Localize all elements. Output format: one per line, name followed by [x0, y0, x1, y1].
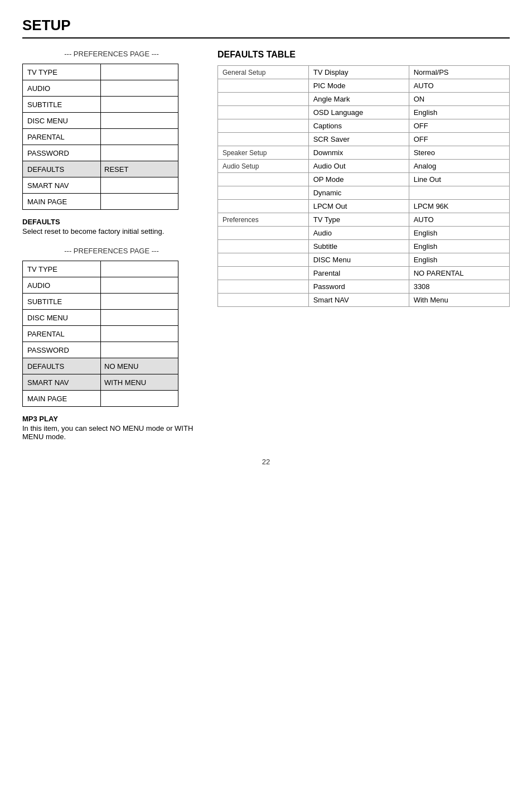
menu-row[interactable]: AUDIO — [23, 80, 178, 97]
table-cell-setting: Captions — [308, 119, 409, 133]
table-cell-setting: LPCM Out — [308, 200, 409, 213]
menu-cell-label: AUDIO — [23, 277, 101, 293]
defaults-label: DEFAULTS — [22, 218, 201, 226]
table-cell-setting: Audio — [308, 227, 409, 240]
table-cell-setting: Downmix — [308, 146, 409, 160]
menu-cell-value — [101, 342, 178, 358]
table-row: ParentalNO PARENTAL — [218, 267, 510, 280]
menu-row[interactable]: TV TYPE — [23, 261, 178, 277]
menu-row[interactable]: DISC MENU — [23, 310, 178, 326]
page-number: 22 — [22, 458, 510, 466]
table-row: PreferencesTV TypeAUTO — [218, 213, 510, 227]
left-column: --- PREFERENCES PAGE --- TV TYPEAUDIOSUB… — [22, 50, 201, 441]
table-cell-value: AUTO — [409, 79, 509, 93]
menu-cell-value: RESET — [101, 161, 178, 177]
table-cell-value — [409, 186, 509, 200]
table-cell-setting: TV Type — [308, 213, 409, 227]
menu-row[interactable]: AUDIO — [23, 277, 178, 294]
menu-cell-value — [101, 64, 178, 80]
table-row: Angle MarkON — [218, 93, 510, 106]
menu-box-1: TV TYPEAUDIOSUBTITLEDISC MENUPARENTALPAS… — [22, 64, 178, 210]
menu-row[interactable]: TV TYPE — [23, 64, 178, 80]
menu-cell-value: NO MENU — [101, 358, 178, 374]
table-cell-category — [218, 294, 309, 307]
table-cell-setting: OP Mode — [308, 173, 409, 186]
menu-cell-label: PASSWORD — [23, 145, 101, 161]
menu-row[interactable]: SUBTITLE — [23, 294, 178, 310]
table-cell-setting: TV Display — [308, 66, 409, 79]
menu-cell-label: PARENTAL — [23, 129, 101, 145]
menu-row[interactable]: MAIN PAGE — [23, 194, 178, 209]
table-cell-value: OFF — [409, 119, 509, 133]
table-cell-value: English — [409, 227, 509, 240]
menu-cell-label: DEFAULTS — [23, 358, 101, 374]
section1-header: --- PREFERENCES PAGE --- — [22, 50, 201, 58]
menu-cell-label: SMART NAV — [23, 374, 101, 390]
table-cell-value: OFF — [409, 133, 509, 146]
menu-cell-label: DISC MENU — [23, 113, 101, 128]
mp3-desc: In this item, you can select NO MENU mod… — [22, 424, 201, 441]
menu-row[interactable]: MAIN PAGE — [23, 391, 178, 406]
table-row: SubtitleEnglish — [218, 240, 510, 253]
table-row: SCR SaverOFF — [218, 133, 510, 146]
menu-row[interactable]: PASSWORD — [23, 342, 178, 358]
menu-cell-value — [101, 391, 178, 406]
defaults-desc: Select reset to become factory initial s… — [22, 227, 201, 235]
menu-cell-value — [101, 277, 178, 293]
menu-cell-label: TV TYPE — [23, 261, 101, 277]
table-cell-setting: Parental — [308, 267, 409, 280]
menu-row[interactable]: PARENTAL — [23, 129, 178, 145]
table-cell-value: Line Out — [409, 173, 509, 186]
table-cell-category — [218, 186, 309, 200]
table-row: General SetupTV DisplayNormal/PS — [218, 66, 510, 79]
menu-cell-label: SMART NAV — [23, 177, 101, 193]
table-cell-setting: OSD Language — [308, 106, 409, 119]
defaults-table: General SetupTV DisplayNormal/PSPIC Mode… — [217, 65, 510, 307]
table-cell-category — [218, 227, 309, 240]
menu-cell-label: AUDIO — [23, 80, 101, 96]
table-cell-setting: Angle Mark — [308, 93, 409, 106]
table-cell-value: Normal/PS — [409, 66, 509, 79]
table-cell-category — [218, 280, 309, 294]
table-cell-category: Audio Setup — [218, 160, 309, 173]
table-cell-setting: SCR Saver — [308, 133, 409, 146]
menu-cell-label: DEFAULTS — [23, 161, 101, 177]
menu-cell-label: SUBTITLE — [23, 294, 101, 309]
section2: --- PREFERENCES PAGE --- TV TYPEAUDIOSUB… — [22, 247, 201, 407]
mp3-label: MP3 PLAY — [22, 415, 201, 423]
menu-cell-label: PASSWORD — [23, 342, 101, 358]
menu-row[interactable]: SMART NAVWITH MENU — [23, 374, 178, 391]
menu-cell-label: MAIN PAGE — [23, 194, 101, 209]
menu-row[interactable]: PASSWORD — [23, 145, 178, 161]
page-title: SETUP — [22, 17, 510, 39]
menu-cell-label: DISC MENU — [23, 310, 101, 325]
mp3-description: MP3 PLAY In this item, you can select NO… — [22, 415, 201, 441]
section2-header: --- PREFERENCES PAGE --- — [22, 247, 201, 255]
table-row: Dynamic — [218, 186, 510, 200]
menu-box-2: TV TYPEAUDIOSUBTITLEDISC MENUPARENTALPAS… — [22, 261, 178, 407]
menu-cell-value — [101, 326, 178, 342]
table-row: Speaker SetupDownmixStereo — [218, 146, 510, 160]
table-row: Audio SetupAudio OutAnalog — [218, 160, 510, 173]
table-cell-category — [218, 240, 309, 253]
menu-row[interactable]: DISC MENU — [23, 113, 178, 129]
table-cell-category — [218, 133, 309, 146]
menu-row[interactable]: SUBTITLE — [23, 97, 178, 113]
table-cell-category: General Setup — [218, 66, 309, 79]
menu-cell-label: TV TYPE — [23, 64, 101, 80]
menu-row[interactable]: DEFAULTSNO MENU — [23, 358, 178, 374]
menu-row[interactable]: DEFAULTSRESET — [23, 161, 178, 177]
table-cell-category: Preferences — [218, 213, 309, 227]
menu-cell-value — [101, 113, 178, 128]
table-cell-setting: Smart NAV — [308, 294, 409, 307]
menu-row[interactable]: PARENTAL — [23, 326, 178, 342]
menu-row[interactable]: SMART NAV — [23, 177, 178, 194]
menu-cell-label: PARENTAL — [23, 326, 101, 342]
table-cell-category: Speaker Setup — [218, 146, 309, 160]
menu-cell-label: SUBTITLE — [23, 97, 101, 112]
menu-cell-value — [101, 177, 178, 193]
menu-cell-value — [101, 261, 178, 277]
menu-cell-value — [101, 310, 178, 325]
table-cell-value: AUTO — [409, 213, 509, 227]
table-cell-category — [218, 173, 309, 186]
